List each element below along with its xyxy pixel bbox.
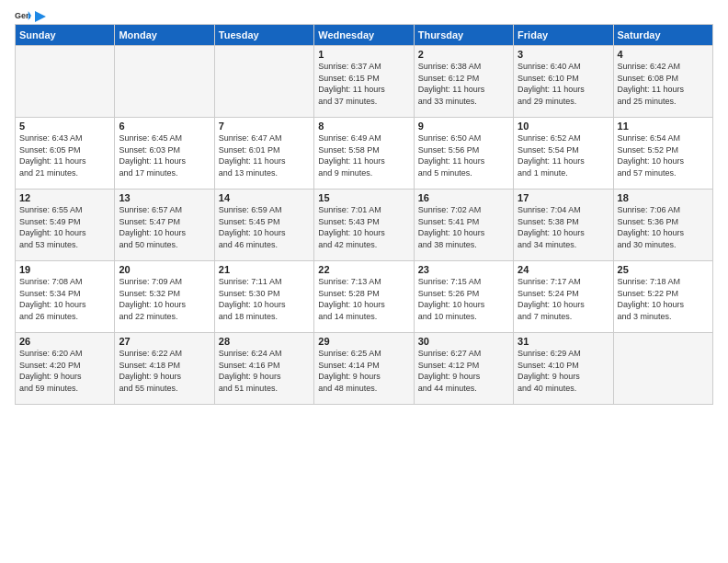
day-info: Sunrise: 7:09 AM Sunset: 5:32 PM Dayligh… [119, 277, 186, 321]
day-number: 26 [19, 336, 110, 347]
day-info: Sunrise: 6:42 AM Sunset: 6:08 PM Dayligh… [618, 62, 685, 106]
day-info: Sunrise: 6:57 AM Sunset: 5:47 PM Dayligh… [119, 205, 186, 249]
col-monday: Monday [115, 25, 214, 46]
day-info: Sunrise: 7:02 AM Sunset: 5:41 PM Dayligh… [418, 205, 485, 249]
calendar-cell: 4Sunrise: 6:42 AM Sunset: 6:08 PM Daylig… [613, 46, 712, 118]
calendar-cell: 23Sunrise: 7:15 AM Sunset: 5:26 PM Dayli… [414, 261, 513, 333]
logo: General [15, 9, 46, 22]
day-info: Sunrise: 6:38 AM Sunset: 6:12 PM Dayligh… [418, 62, 485, 106]
calendar-cell: 16Sunrise: 7:02 AM Sunset: 5:41 PM Dayli… [414, 190, 513, 261]
day-info: Sunrise: 6:43 AM Sunset: 6:05 PM Dayligh… [19, 133, 86, 178]
calendar-cell: 21Sunrise: 7:11 AM Sunset: 5:30 PM Dayli… [214, 261, 313, 333]
calendar-cell: 13Sunrise: 6:57 AM Sunset: 5:47 PM Dayli… [115, 190, 214, 261]
calendar-cell: 24Sunrise: 7:17 AM Sunset: 5:24 PM Dayli… [514, 261, 613, 333]
day-info: Sunrise: 6:52 AM Sunset: 5:54 PM Dayligh… [518, 133, 585, 178]
calendar-cell: 20Sunrise: 7:09 AM Sunset: 5:32 PM Dayli… [115, 261, 214, 333]
calendar-cell: 19Sunrise: 7:08 AM Sunset: 5:34 PM Dayli… [16, 261, 115, 333]
day-info: Sunrise: 6:29 AM Sunset: 4:10 PM Dayligh… [518, 349, 581, 393]
day-number: 19 [19, 264, 110, 275]
calendar-body: 1Sunrise: 6:37 AM Sunset: 6:15 PM Daylig… [16, 46, 713, 405]
calendar-cell: 30Sunrise: 6:27 AM Sunset: 4:12 PM Dayli… [414, 333, 513, 405]
day-number: 25 [618, 264, 709, 275]
day-number: 2 [418, 49, 509, 60]
day-info: Sunrise: 6:37 AM Sunset: 6:15 PM Dayligh… [318, 62, 385, 106]
calendar-cell: 1Sunrise: 6:37 AM Sunset: 6:15 PM Daylig… [314, 46, 414, 118]
calendar-cell: 10Sunrise: 6:52 AM Sunset: 5:54 PM Dayli… [514, 118, 613, 190]
day-info: Sunrise: 6:40 AM Sunset: 6:10 PM Dayligh… [518, 62, 585, 106]
day-number: 7 [219, 121, 310, 132]
day-number: 18 [618, 192, 709, 203]
calendar-cell: 8Sunrise: 6:49 AM Sunset: 5:58 PM Daylig… [314, 118, 414, 190]
day-info: Sunrise: 7:06 AM Sunset: 5:36 PM Dayligh… [618, 205, 685, 249]
day-number: 28 [219, 336, 310, 347]
calendar-cell: 22Sunrise: 7:13 AM Sunset: 5:28 PM Dayli… [314, 261, 414, 333]
day-number: 12 [19, 192, 110, 203]
day-number: 24 [518, 264, 609, 275]
calendar-cell: 2Sunrise: 6:38 AM Sunset: 6:12 PM Daylig… [414, 46, 513, 118]
calendar-cell [214, 46, 313, 118]
svg-marker-2 [35, 11, 46, 22]
week-row-3: 19Sunrise: 7:08 AM Sunset: 5:34 PM Dayli… [16, 261, 713, 333]
col-tuesday: Tuesday [214, 25, 313, 46]
col-thursday: Thursday [414, 25, 513, 46]
day-info: Sunrise: 7:18 AM Sunset: 5:22 PM Dayligh… [618, 277, 685, 321]
day-info: Sunrise: 6:24 AM Sunset: 4:16 PM Dayligh… [219, 349, 282, 393]
day-info: Sunrise: 7:01 AM Sunset: 5:43 PM Dayligh… [318, 205, 385, 249]
calendar-cell: 29Sunrise: 6:25 AM Sunset: 4:14 PM Dayli… [314, 333, 414, 405]
day-number: 6 [119, 121, 210, 132]
calendar-cell: 14Sunrise: 6:59 AM Sunset: 5:45 PM Dayli… [214, 190, 313, 261]
day-info: Sunrise: 6:20 AM Sunset: 4:20 PM Dayligh… [19, 349, 83, 393]
day-info: Sunrise: 6:27 AM Sunset: 4:12 PM Dayligh… [418, 349, 482, 393]
day-number: 15 [318, 192, 409, 203]
day-info: Sunrise: 7:04 AM Sunset: 5:38 PM Dayligh… [518, 205, 585, 249]
col-wednesday: Wednesday [314, 25, 414, 46]
week-row-0: 1Sunrise: 6:37 AM Sunset: 6:15 PM Daylig… [16, 46, 713, 118]
page-container: General Sunday Monday Tue [0, 0, 728, 414]
calendar-cell: 17Sunrise: 7:04 AM Sunset: 5:38 PM Dayli… [514, 190, 613, 261]
calendar-cell: 5Sunrise: 6:43 AM Sunset: 6:05 PM Daylig… [16, 118, 115, 190]
calendar-cell: 25Sunrise: 7:18 AM Sunset: 5:22 PM Dayli… [613, 261, 712, 333]
day-number: 1 [318, 49, 409, 60]
calendar-cell: 28Sunrise: 6:24 AM Sunset: 4:16 PM Dayli… [214, 333, 313, 405]
day-info: Sunrise: 6:47 AM Sunset: 6:01 PM Dayligh… [219, 133, 286, 178]
day-info: Sunrise: 6:49 AM Sunset: 5:58 PM Dayligh… [318, 133, 385, 178]
day-number: 31 [518, 336, 609, 347]
day-info: Sunrise: 7:13 AM Sunset: 5:28 PM Dayligh… [318, 277, 385, 321]
calendar-cell: 7Sunrise: 6:47 AM Sunset: 6:01 PM Daylig… [214, 118, 313, 190]
calendar-cell: 18Sunrise: 7:06 AM Sunset: 5:36 PM Dayli… [613, 190, 712, 261]
calendar-cell: 31Sunrise: 6:29 AM Sunset: 4:10 PM Dayli… [514, 333, 613, 405]
day-number: 29 [318, 336, 409, 347]
col-friday: Friday [514, 25, 613, 46]
calendar-header-row: Sunday Monday Tuesday Wednesday Thursday… [16, 25, 713, 46]
logo-arrow-icon [33, 11, 46, 22]
day-number: 22 [318, 264, 409, 275]
day-info: Sunrise: 7:11 AM Sunset: 5:30 PM Dayligh… [219, 277, 286, 321]
col-sunday: Sunday [16, 25, 115, 46]
calendar-cell [16, 46, 115, 118]
calendar-cell: 11Sunrise: 6:54 AM Sunset: 5:52 PM Dayli… [613, 118, 712, 190]
week-row-4: 26Sunrise: 6:20 AM Sunset: 4:20 PM Dayli… [16, 333, 713, 405]
day-info: Sunrise: 7:17 AM Sunset: 5:24 PM Dayligh… [518, 277, 585, 321]
week-row-1: 5Sunrise: 6:43 AM Sunset: 6:05 PM Daylig… [16, 118, 713, 190]
calendar-cell: 27Sunrise: 6:22 AM Sunset: 4:18 PM Dayli… [115, 333, 214, 405]
col-saturday: Saturday [613, 25, 712, 46]
day-number: 13 [119, 192, 210, 203]
day-number: 11 [618, 121, 709, 132]
calendar-cell [115, 46, 214, 118]
day-number: 5 [19, 121, 110, 132]
day-info: Sunrise: 6:50 AM Sunset: 5:56 PM Dayligh… [418, 133, 485, 178]
day-info: Sunrise: 6:54 AM Sunset: 5:52 PM Dayligh… [618, 133, 685, 178]
day-number: 16 [418, 192, 509, 203]
calendar-cell [613, 333, 712, 405]
calendar-cell: 6Sunrise: 6:45 AM Sunset: 6:03 PM Daylig… [115, 118, 214, 190]
day-info: Sunrise: 6:25 AM Sunset: 4:14 PM Dayligh… [318, 349, 381, 393]
calendar-cell: 9Sunrise: 6:50 AM Sunset: 5:56 PM Daylig… [414, 118, 513, 190]
day-number: 3 [518, 49, 609, 60]
header: General [15, 9, 713, 22]
calendar-cell: 15Sunrise: 7:01 AM Sunset: 5:43 PM Dayli… [314, 190, 414, 261]
day-number: 30 [418, 336, 509, 347]
logo-icon: General [15, 9, 31, 22]
day-number: 21 [219, 264, 310, 275]
day-info: Sunrise: 6:59 AM Sunset: 5:45 PM Dayligh… [219, 205, 286, 249]
day-number: 20 [119, 264, 210, 275]
